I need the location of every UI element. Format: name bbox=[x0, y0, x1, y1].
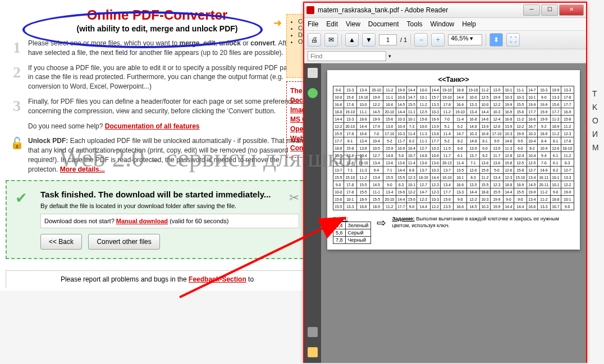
step-number: 1 bbox=[6, 39, 28, 58]
minimize-button[interactable]: ─ bbox=[523, 4, 540, 16]
menu-file[interactable]: File bbox=[308, 20, 318, 28]
adobe-icon bbox=[306, 6, 314, 14]
side-letters: TKOИM bbox=[592, 87, 599, 154]
task-arrow-icon: ⇨ bbox=[377, 216, 386, 244]
step-text: If you choose a PDF file, you are able t… bbox=[28, 63, 309, 91]
math-grid: 9-013-313-420-1011-219-914-410-014-419-1… bbox=[333, 86, 574, 210]
help-text: Do you need some help? bbox=[28, 122, 103, 130]
unlock-title: Unlock PDF: bbox=[28, 137, 68, 145]
task-finished-panel: ✔ Task finished. The download will be st… bbox=[6, 180, 309, 259]
document-view[interactable]: <<Танк>> 9-013-313-420-1011-219-914-410-… bbox=[321, 63, 586, 363]
menu-document[interactable]: Document bbox=[368, 20, 399, 28]
check-icon: ✔ bbox=[15, 190, 28, 207]
menu-help[interactable]: Help bbox=[462, 20, 476, 28]
zoom-select[interactable]: 46,5% ▾ bbox=[448, 34, 482, 45]
doc-title: <<Танк>> bbox=[333, 76, 574, 84]
dl-valid: (valid for 60 seconds) bbox=[170, 218, 228, 224]
zoom-in-icon[interactable]: + bbox=[431, 33, 445, 47]
find-dropdown[interactable]: ▾ bbox=[388, 53, 391, 59]
menu-edit[interactable]: Edit bbox=[326, 20, 338, 28]
fit-page-icon[interactable]: ⛶ bbox=[506, 33, 520, 47]
page-down-icon[interactable]: ▼ bbox=[362, 33, 376, 47]
menu-window[interactable]: Window bbox=[431, 20, 455, 28]
back-button[interactable]: << Back bbox=[40, 234, 82, 250]
menubar: FileEditViewDocumentToolsWindowHelp bbox=[304, 18, 586, 31]
page-input[interactable] bbox=[379, 34, 397, 45]
find-input[interactable] bbox=[308, 51, 386, 61]
finished-title: Task finished. The download will be star… bbox=[40, 190, 299, 199]
task-title: Задание: bbox=[392, 216, 414, 222]
adobe-reader-window: matem_raskraska_tank.pdf - Adobe Reader … bbox=[303, 2, 587, 363]
pdf-page: <<Танк>> 9-013-313-420-1011-219-914-410-… bbox=[327, 70, 580, 250]
help-icon[interactable] bbox=[308, 88, 318, 98]
step-number: 3 bbox=[6, 97, 28, 116]
finished-sub: By default the file is located in your d… bbox=[40, 202, 299, 209]
key-table: 3,4Зеленый5,6Серый7,8Черный bbox=[333, 222, 371, 244]
task-text: Выполни вычитание в каждой клеточке и за… bbox=[392, 216, 559, 228]
zoom-out-icon[interactable]: − bbox=[414, 33, 428, 47]
toolbar: 🖨 ✉ ▲ ▼ / 1 − + 46,5% ▾ ⬍ ⛶ bbox=[304, 31, 586, 49]
key-title: Ключ: bbox=[333, 216, 371, 222]
step-text: Please select one or more files, which y… bbox=[28, 39, 309, 58]
comments-icon[interactable] bbox=[308, 347, 318, 357]
docs-link[interactable]: Documentation of all features bbox=[105, 122, 200, 130]
dl-question: Download does not start? bbox=[44, 218, 115, 224]
menu-tools[interactable]: Tools bbox=[407, 20, 423, 28]
lock-icon: 🔓 bbox=[6, 136, 28, 174]
menu-view[interactable]: View bbox=[346, 20, 360, 28]
pages-panel-icon[interactable] bbox=[308, 68, 318, 78]
footer-tail: to bbox=[246, 275, 254, 283]
page-total: / 1 bbox=[400, 36, 407, 43]
window-titlebar[interactable]: matem_raskraska_tank.pdf - Adobe Reader … bbox=[304, 3, 586, 18]
convert-other-button[interactable]: Convert other files bbox=[88, 234, 159, 250]
footer-text: Please report all problems and bugs in t… bbox=[61, 275, 187, 283]
print-icon[interactable]: 🖨 bbox=[308, 33, 321, 47]
page-title: Online PDF-Converter bbox=[6, 7, 309, 23]
email-icon[interactable]: ✉ bbox=[324, 33, 338, 47]
fit-width-icon[interactable]: ⬍ bbox=[489, 33, 503, 47]
step-number: 2 bbox=[6, 63, 28, 91]
page-subtitle: (with ability to edit, merge and unlock … bbox=[6, 24, 309, 33]
close-button[interactable]: ✕ bbox=[559, 4, 584, 16]
scissors-icon: ✂ bbox=[289, 191, 299, 205]
window-title: matem_raskraska_tank.pdf - Adobe Reader bbox=[318, 6, 448, 14]
reader-sidebar bbox=[304, 63, 321, 363]
more-details-link[interactable]: More details... bbox=[60, 165, 105, 173]
feedback-link[interactable]: Feedback-Section bbox=[189, 275, 246, 283]
manual-download-link[interactable]: Manual download bbox=[116, 218, 168, 224]
attachments-icon[interactable] bbox=[308, 327, 318, 337]
maximize-button[interactable]: ☐ bbox=[541, 4, 558, 16]
page-up-icon[interactable]: ▲ bbox=[345, 33, 359, 47]
step-text: Finally, for PDF files you can define a … bbox=[28, 97, 309, 116]
